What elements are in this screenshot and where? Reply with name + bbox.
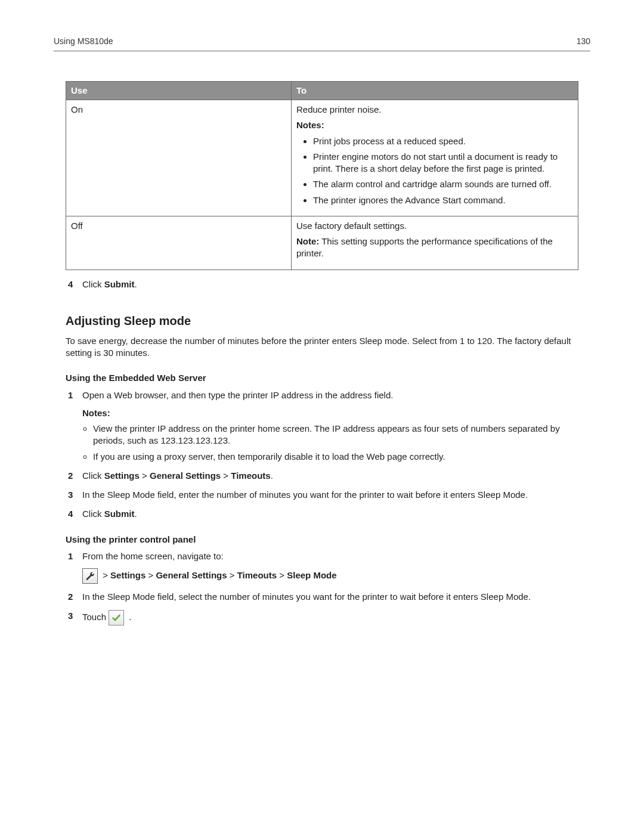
step-item: 2 Click Settings > General Settings > Ti…: [66, 470, 578, 482]
step-text-prefix: Click: [82, 509, 104, 519]
breadcrumb-part: Timeouts: [237, 570, 277, 580]
step-item: 4 Click Submit.: [66, 508, 578, 520]
cell-to-off: Use factory default settings. Note: This…: [291, 216, 578, 270]
step-text-suffix: .: [135, 509, 137, 519]
note-bold: Note:: [296, 236, 319, 246]
step-number: 1: [68, 389, 73, 401]
on-summary: Reduce printer noise.: [296, 104, 573, 116]
step-number: 3: [68, 489, 73, 501]
settings-table: Use To On Reduce printer noise. Notes: P…: [66, 81, 578, 270]
panel-step-list: 1 From the home screen, navigate to: > S…: [66, 550, 578, 626]
breadcrumb-sep: >: [140, 470, 150, 481]
step-number: 4: [68, 278, 73, 290]
step-text-suffix: .: [271, 470, 273, 481]
step-item: 3 In the Sleep Mode field, enter the num…: [66, 489, 578, 501]
table-row: Off Use factory default settings. Note: …: [66, 216, 578, 270]
section-title-sleep-mode: Adjusting Sleep mode: [66, 313, 578, 329]
step-number: 3: [68, 610, 73, 622]
subsection-title-web: Using the Embedded Web Server: [66, 372, 578, 384]
document-page: Using MS810de 130 Use To On Reduce print…: [0, 0, 644, 833]
step-text-prefix: Touch: [82, 612, 109, 622]
note-item: Print jobs process at a reduced speed.: [313, 135, 573, 147]
sleep-intro: To save energy, decrease the number of m…: [66, 335, 578, 360]
on-notes-list: Print jobs process at a reduced speed. P…: [313, 135, 573, 206]
breadcrumb-sep: >: [221, 470, 231, 481]
off-summary: Use factory default settings.: [296, 220, 573, 232]
step-number: 1: [68, 550, 73, 562]
wrench-icon: [82, 568, 98, 584]
check-icon: [109, 610, 124, 625]
table-header-to: To: [291, 81, 578, 100]
note-item: The alarm control and cartridge alarm so…: [313, 178, 573, 190]
step-item: 1 From the home screen, navigate to: > S…: [66, 550, 578, 584]
step-text-suffix: .: [126, 612, 131, 622]
breadcrumb-part: General Settings: [150, 470, 221, 481]
note-text: This setting supports the performance sp…: [296, 236, 553, 258]
header-section-title: Using MS810de: [54, 36, 113, 47]
cell-use-on: On: [66, 100, 292, 216]
step-text-bold: Submit: [104, 509, 135, 519]
step-text-bold: Submit: [104, 279, 135, 289]
note-item: View the printer IP address on the print…: [93, 423, 578, 447]
step-text: In the Sleep Mode field, enter the numbe…: [82, 490, 528, 500]
cell-to-on: Reduce printer noise. Notes: Print jobs …: [291, 100, 578, 216]
step-text-prefix: Click: [82, 470, 104, 481]
breadcrumb-sep: >: [145, 570, 156, 580]
web-notes-list: View the printer IP address on the print…: [93, 423, 578, 463]
breadcrumb-part: Settings: [104, 470, 140, 481]
page-content: Use To On Reduce printer noise. Notes: P…: [54, 81, 590, 626]
step-text-suffix: .: [135, 279, 137, 289]
step-item: 1 Open a Web browser, and then type the …: [66, 389, 578, 463]
page-header: Using MS810de 130: [54, 36, 590, 51]
nav-path: > Settings > General Settings > Timeouts…: [82, 568, 578, 584]
step-number: 2: [68, 470, 73, 482]
continuation-step-list: 4 Click Submit.: [66, 278, 578, 290]
web-step-list: 1 Open a Web browser, and then type the …: [66, 389, 578, 521]
notes-label: Notes:: [296, 119, 573, 131]
note-item: Printer engine motors do not start until…: [313, 151, 573, 175]
step-text-prefix: Click: [82, 279, 104, 289]
step-number: 2: [68, 591, 73, 603]
breadcrumb-part: Timeouts: [231, 470, 270, 481]
cell-use-off: Off: [66, 216, 292, 270]
breadcrumb-part: Settings: [110, 570, 145, 580]
off-note: Note: This setting supports the performa…: [296, 236, 573, 260]
note-item: If you are using a proxy server, then te…: [93, 451, 578, 463]
table-header-use: Use: [66, 81, 292, 100]
step-item: 4 Click Submit.: [66, 278, 578, 290]
step-item: 2 In the Sleep Mode field, select the nu…: [66, 591, 578, 603]
step-text: Open a Web browser, and then type the pr…: [82, 390, 393, 400]
step-item: 3 Touch .: [66, 610, 578, 625]
step-text: From the home screen, navigate to:: [82, 551, 224, 561]
breadcrumb-part: Sleep Mode: [287, 570, 336, 580]
note-item: The printer ignores the Advance Start co…: [313, 194, 573, 206]
table-row: On Reduce printer noise. Notes: Print jo…: [66, 100, 578, 216]
breadcrumb-sep: >: [227, 570, 237, 580]
breadcrumb-sep: >: [277, 570, 287, 580]
step-number: 4: [68, 508, 73, 520]
subsection-title-panel: Using the printer control panel: [66, 534, 578, 546]
header-page-number: 130: [577, 36, 590, 47]
notes-label: Notes:: [82, 407, 578, 419]
breadcrumb-sep: >: [100, 570, 110, 580]
step-text: In the Sleep Mode field, select the numb…: [82, 592, 531, 602]
breadcrumb-part: General Settings: [156, 570, 227, 580]
